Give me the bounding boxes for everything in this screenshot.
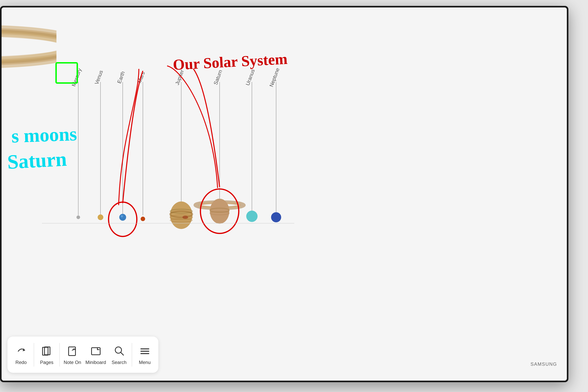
note-on-label: Note On <box>64 360 81 365</box>
svg-point-23 <box>121 215 123 217</box>
solar-system-svg: Mercury Venus Earth Mars Jupiter Saturn … <box>2 8 567 381</box>
redo-button[interactable]: Redo <box>10 336 33 373</box>
note-on-icon <box>66 344 80 358</box>
svg-point-36 <box>246 210 258 222</box>
search-icon <box>112 344 126 358</box>
whiteboard: Mercury Venus Earth Mars Jupiter Saturn … <box>2 8 567 381</box>
svg-point-37 <box>271 212 281 222</box>
miniboard-icon <box>89 344 103 358</box>
svg-text:Our Solar System: Our Solar System <box>172 50 288 73</box>
svg-text:Saturn: Saturn <box>212 69 223 86</box>
device-frame: Mercury Venus Earth Mars Jupiter Saturn … <box>0 6 568 382</box>
svg-text:Venus: Venus <box>94 70 104 85</box>
divider-1 <box>34 343 34 366</box>
device-wrapper: Mercury Venus Earth Mars Jupiter Saturn … <box>0 0 588 392</box>
svg-point-21 <box>98 214 103 220</box>
miniboard-button[interactable]: Miniboard <box>84 336 108 373</box>
samsung-logo: SAMSUNG <box>530 362 557 367</box>
svg-text:Earth: Earth <box>116 70 126 84</box>
svg-text:s  moons: s moons <box>11 123 77 147</box>
svg-text:Uranus: Uranus <box>244 68 256 86</box>
svg-point-24 <box>141 216 145 221</box>
svg-line-54 <box>121 352 124 355</box>
svg-text:Saturn: Saturn <box>7 148 67 173</box>
svg-rect-46 <box>44 347 50 355</box>
pages-label: Pages <box>40 360 53 365</box>
svg-rect-47 <box>68 347 76 356</box>
miniboard-label: Miniboard <box>86 360 106 365</box>
svg-point-20 <box>76 216 80 219</box>
redo-label: Redo <box>16 360 27 365</box>
divider-3 <box>132 343 132 366</box>
menu-button[interactable]: Menu <box>133 336 156 373</box>
toolbar: Redo Pages <box>8 336 158 373</box>
menu-icon <box>138 344 152 358</box>
search-label: Search <box>112 360 126 365</box>
svg-point-30 <box>182 216 188 219</box>
screen: Mercury Venus Earth Mars Jupiter Saturn … <box>2 8 567 381</box>
redo-icon <box>14 344 28 358</box>
pages-button[interactable]: Pages <box>35 336 58 373</box>
svg-rect-52 <box>92 348 100 355</box>
menu-label: Menu <box>139 360 150 365</box>
search-button[interactable]: Search <box>108 336 131 373</box>
svg-text:Neptune: Neptune <box>268 67 281 88</box>
svg-point-22 <box>119 214 126 221</box>
divider-2 <box>60 343 60 366</box>
svg-rect-45 <box>42 347 48 355</box>
note-on-button[interactable]: Note On <box>61 336 84 373</box>
pages-icon <box>40 344 54 358</box>
svg-line-51 <box>72 350 72 351</box>
